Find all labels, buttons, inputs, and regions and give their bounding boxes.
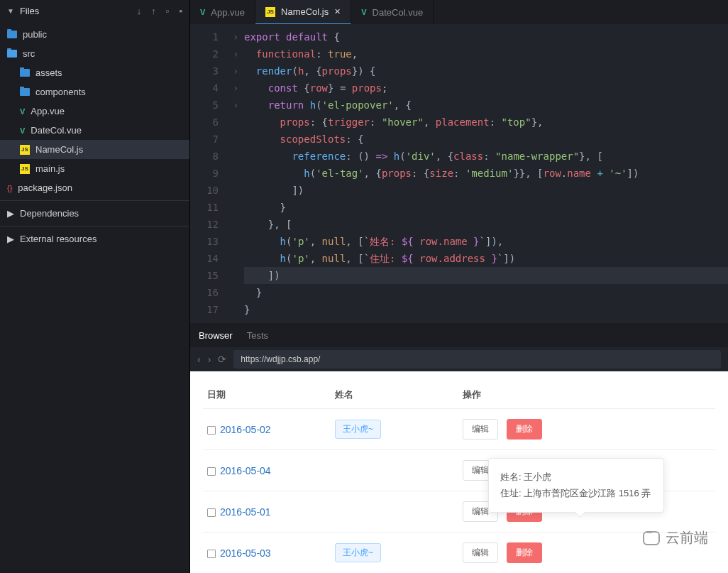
tree-item[interactable]: JSmain.js bbox=[0, 159, 189, 178]
deps-label: Dependencies bbox=[20, 208, 79, 219]
tree-item-label: main.js bbox=[35, 163, 65, 174]
folder-icon bbox=[20, 69, 30, 77]
name-cell: 王小虎~ bbox=[331, 409, 458, 450]
reload-icon[interactable]: ⟳ bbox=[218, 354, 226, 365]
tab-tests[interactable]: Tests bbox=[247, 330, 268, 341]
calendar-icon bbox=[207, 508, 216, 517]
back-icon[interactable]: ‹ bbox=[197, 354, 201, 365]
url-input[interactable] bbox=[233, 350, 721, 369]
folder-icon bbox=[7, 31, 17, 38]
folder-icon bbox=[20, 88, 30, 96]
vue-icon: V bbox=[200, 8, 205, 16]
col-action: 操作 bbox=[458, 381, 715, 409]
calendar-icon bbox=[207, 550, 216, 558]
edit-button[interactable]: 编辑 bbox=[463, 542, 498, 563]
tree-item-label: public bbox=[23, 29, 47, 40]
tree-item-label: App.vue bbox=[31, 106, 65, 116]
js-icon: JS bbox=[20, 164, 30, 174]
tree-item[interactable]: components bbox=[0, 82, 189, 102]
deps-section[interactable]: ▶ Dependencies bbox=[0, 200, 189, 226]
tab-label: DateCol.vue bbox=[373, 7, 424, 18]
line-gutter: 1234567891011121314151617 bbox=[190, 24, 233, 323]
tree-item-label: NameCol.js bbox=[35, 144, 83, 155]
tree-item[interactable]: src bbox=[0, 44, 189, 63]
name-tag[interactable]: 王小虎~ bbox=[335, 543, 381, 562]
editor-tab[interactable]: JSNameCol.js ✕ bbox=[255, 0, 351, 24]
popover-name: 姓名: 王小虎 bbox=[500, 469, 652, 485]
chevron-right-icon: ▶ bbox=[7, 208, 14, 219]
name-cell bbox=[331, 450, 458, 491]
vue-icon: V bbox=[20, 107, 25, 116]
url-bar: ‹ › ⟳ bbox=[190, 347, 728, 371]
forward-icon[interactable]: › bbox=[208, 354, 211, 365]
preview-tabs: Browser Tests bbox=[190, 323, 728, 347]
preview-panel: Browser Tests ‹ › ⟳ 日期 姓名 操作 2016-05-02 … bbox=[190, 323, 728, 573]
tab-label: NameCol.js bbox=[281, 6, 329, 17]
calendar-icon bbox=[207, 426, 216, 435]
vue-icon: V bbox=[361, 8, 366, 16]
file-sidebar: ▼ Files ↓ ↑ ▫ ▪ public src assets compon… bbox=[0, 0, 190, 573]
wechat-icon bbox=[643, 531, 660, 545]
editor-tab[interactable]: VApp.vue bbox=[190, 0, 255, 24]
watermark-text: 云前端 bbox=[666, 528, 708, 547]
close-icon[interactable]: ✕ bbox=[334, 7, 341, 16]
popover: 姓名: 王小虎 住址: 上海市普陀区金沙江路 1516 弄 bbox=[488, 458, 664, 513]
file-tree: public src assets components VApp.vue VD… bbox=[0, 22, 189, 200]
date-cell: 2016-05-03 bbox=[203, 533, 331, 574]
tree-item[interactable]: VDateCol.vue bbox=[0, 121, 189, 140]
tree-item[interactable]: public bbox=[0, 25, 189, 44]
code-body[interactable]: export default { functional: true, rende… bbox=[244, 24, 728, 323]
name-cell: 王小虎~ bbox=[331, 533, 458, 574]
vue-icon: V bbox=[20, 126, 25, 135]
fold-gutter: ››››› bbox=[233, 24, 244, 323]
folder-open-icon bbox=[7, 50, 17, 58]
new-folder-icon[interactable]: ▪ bbox=[179, 6, 182, 16]
tree-item[interactable]: VApp.vue bbox=[0, 102, 189, 121]
name-cell bbox=[331, 491, 458, 533]
tree-item-label: package.json bbox=[18, 182, 72, 193]
chevron-right-icon: ▶ bbox=[7, 234, 14, 244]
tree-item[interactable]: JSNameCol.js bbox=[0, 140, 189, 159]
files-header: ▼ Files ↓ ↑ ▫ ▪ bbox=[0, 0, 189, 22]
action-cell: 编辑 删除 bbox=[458, 409, 715, 450]
date-cell: 2016-05-02 bbox=[203, 409, 331, 450]
name-tag[interactable]: 王小虎~ bbox=[335, 420, 381, 439]
editor-tabs: VApp.vue JSNameCol.js ✕ VDateCol.vue bbox=[190, 0, 728, 24]
watermark: 云前端 bbox=[643, 528, 708, 547]
js-icon: JS bbox=[20, 145, 30, 155]
tab-label: App.vue bbox=[211, 7, 245, 18]
tree-item-label: components bbox=[35, 87, 86, 97]
delete-button[interactable]: 删除 bbox=[507, 542, 542, 563]
download-icon[interactable]: ↓ bbox=[137, 6, 142, 16]
tree-item[interactable]: assets bbox=[0, 63, 189, 82]
tree-item-label: src bbox=[23, 48, 35, 59]
ext-section[interactable]: ▶ External resources bbox=[0, 226, 189, 251]
table-row: 2016-05-03 王小虎~ 编辑 删除 bbox=[203, 533, 715, 574]
new-file-icon[interactable]: ▫ bbox=[166, 6, 170, 16]
calendar-icon bbox=[207, 467, 216, 476]
table-row: 2016-05-02 王小虎~ 编辑 删除 bbox=[203, 409, 715, 450]
browser-content: 日期 姓名 操作 2016-05-02 王小虎~ 编辑 删除 2016-05-0… bbox=[190, 371, 728, 573]
tree-item-label: assets bbox=[35, 67, 62, 78]
files-title: Files bbox=[20, 6, 127, 16]
col-name: 姓名 bbox=[331, 381, 458, 409]
date-cell: 2016-05-01 bbox=[203, 491, 331, 533]
js-icon: JS bbox=[265, 7, 275, 17]
upload-icon[interactable]: ↑ bbox=[151, 6, 156, 16]
tab-browser[interactable]: Browser bbox=[199, 330, 233, 341]
ext-label: External resources bbox=[20, 234, 96, 244]
popover-addr: 住址: 上海市普陀区金沙江路 1516 弄 bbox=[500, 485, 652, 501]
tree-item[interactable]: {}package.json bbox=[0, 178, 189, 197]
chevron-down-icon[interactable]: ▼ bbox=[7, 7, 14, 15]
code-editor[interactable]: 1234567891011121314151617 ››››› export d… bbox=[190, 24, 728, 323]
date-cell: 2016-05-04 bbox=[203, 450, 331, 491]
tree-item-label: DateCol.vue bbox=[31, 125, 82, 136]
main-area: VApp.vue JSNameCol.js ✕ VDateCol.vue 123… bbox=[190, 0, 728, 573]
delete-button[interactable]: 删除 bbox=[507, 419, 542, 440]
editor-tab[interactable]: VDateCol.vue bbox=[351, 0, 434, 24]
json-icon: {} bbox=[7, 184, 12, 192]
edit-button[interactable]: 编辑 bbox=[463, 419, 498, 440]
col-date: 日期 bbox=[203, 381, 331, 409]
